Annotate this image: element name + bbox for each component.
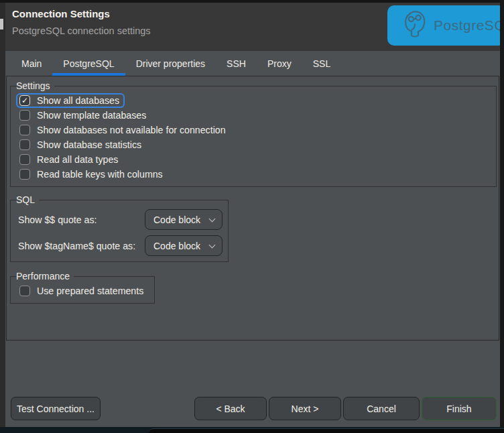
checkbox-row-read-table-keys[interactable]: Read table keys with columns (16, 167, 168, 182)
settings-tabbar: Main PostgreSQL Driver properties SSH Pr… (5, 54, 500, 76)
performance-group: Performance Use prepared statements (10, 271, 155, 304)
connection-settings-dialog: Connection Settings PostgreSQL connectio… (5, 3, 500, 427)
checkbox-row-show-databases-not-available[interactable]: Show databases not available for connect… (16, 123, 231, 137)
checkbox-unchecked[interactable] (19, 139, 30, 150)
sql-group: SQL Show $$ quote as: Code block Show $t… (10, 194, 229, 262)
tagname-quote-dropdown[interactable]: Code block (145, 235, 223, 256)
dialog-footer: Test Connection ... < Back Next > Cancel… (11, 397, 497, 420)
checkbox-label: Show template databases (37, 110, 146, 121)
checkbox-row-read-all-data-types[interactable]: Read all data types (16, 152, 123, 167)
checkbox-unchecked[interactable] (19, 110, 30, 121)
settings-group: Settings ✓ Show all databases Show templ… (10, 80, 497, 187)
checkbox-label: Read all data types (37, 154, 118, 165)
checkbox-unchecked[interactable] (19, 169, 30, 180)
checkbox-row-show-all-databases[interactable]: ✓ Show all databases (16, 93, 125, 108)
tab-main[interactable]: Main (11, 54, 52, 76)
finish-button[interactable]: Finish (422, 397, 497, 420)
dialog-title: Connection Settings (12, 8, 110, 19)
test-connection-button[interactable]: Test Connection ... (11, 397, 101, 420)
checkbox-unchecked[interactable] (19, 154, 30, 165)
chevron-down-icon (209, 215, 216, 222)
postgresql-tab-content: Settings ✓ Show all databases Show templ… (6, 76, 499, 341)
dropdown-selected-value: Code block (153, 241, 200, 251)
chevron-down-icon (209, 241, 216, 248)
tab-ssh[interactable]: SSH (216, 54, 257, 76)
background-window-corner (149, 428, 504, 433)
screen: Connection Settings PostgreSQL connectio… (0, 0, 504, 433)
checkbox-unchecked[interactable] (19, 125, 30, 135)
tab-proxy[interactable]: Proxy (257, 54, 302, 76)
back-button[interactable]: < Back (194, 397, 267, 420)
next-button[interactable]: Next > (269, 397, 341, 420)
background-window-edge (0, 3, 5, 427)
checkbox-label: Use prepared statements (37, 286, 143, 296)
tab-postgresql[interactable]: PostgreSQL (52, 54, 125, 76)
window-right-edge (500, 0, 504, 427)
dialog-header: Connection Settings PostgreSQL connectio… (5, 3, 500, 51)
tagname-quote-label: Show $tagName$ quote as: (18, 241, 145, 251)
postgresql-elephant-icon (402, 10, 428, 41)
performance-group-legend: Performance (16, 271, 74, 282)
checkbox-label: Show databases not available for connect… (37, 125, 226, 135)
dialog-subtitle: PostgreSQL connection settings (12, 25, 151, 36)
dollar-quote-dropdown[interactable]: Code block (145, 209, 223, 230)
tab-ssl[interactable]: SSL (302, 54, 341, 76)
cancel-button[interactable]: Cancel (343, 397, 420, 420)
checkbox-label: Show database statistics (37, 139, 141, 150)
postgresql-logo-text: PostgreSQL (434, 17, 504, 34)
checkbox-row-show-database-statistics[interactable]: Show database statistics (16, 137, 147, 152)
dropdown-selected-value: Code block (153, 214, 200, 225)
sql-group-legend: SQL (16, 194, 39, 205)
tab-driver-properties[interactable]: Driver properties (125, 54, 216, 76)
checkbox-label: Read table keys with columns (37, 169, 163, 180)
postgresql-logo-badge: PostgreSQL (387, 5, 504, 46)
checkbox-row-show-template-databases[interactable]: Show template databases (16, 108, 151, 123)
checkbox-unchecked[interactable] (19, 286, 30, 296)
settings-group-legend: Settings (16, 80, 54, 91)
footer-spacer (101, 397, 194, 420)
checkbox-label: Show all databases (37, 95, 119, 106)
background-scrollbar-thumb (0, 19, 3, 29)
dollar-quote-label: Show $$ quote as: (18, 214, 145, 225)
checkbox-row-use-prepared-statements[interactable]: Use prepared statements (16, 284, 149, 298)
checkbox-checked-icon[interactable]: ✓ (19, 95, 30, 106)
